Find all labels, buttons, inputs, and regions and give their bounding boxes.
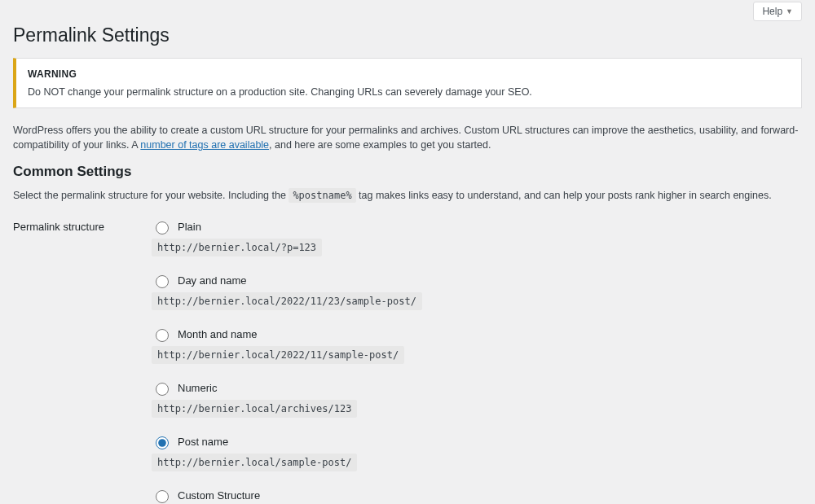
postname-code: %postname% [289,188,355,203]
caret-down-icon: ▼ [786,7,793,15]
common-settings-heading: Common Settings [13,164,802,180]
example-postname: http://bernier.local/sample-post/ [152,454,357,471]
warning-title: WARNING [28,68,790,80]
radio-custom-structure-label[interactable]: Custom Structure [178,489,260,502]
example-plain: http://bernier.local/?p=123 [152,239,322,256]
intro-text: WordPress offers you the ability to crea… [13,123,802,152]
radio-post-name[interactable] [156,436,169,449]
example-monthname: http://bernier.local/2022/11/sample-post… [152,346,404,364]
radio-plain[interactable] [156,221,169,234]
warning-text: Do NOT change your permalink structure o… [28,86,790,98]
radio-numeric-label[interactable]: Numeric [178,382,217,394]
radio-numeric[interactable] [156,383,169,396]
radio-custom-structure[interactable] [156,490,169,503]
radio-plain-label[interactable]: Plain [178,221,201,233]
permalink-structure-label: Permalink structure [13,219,152,233]
radio-post-name-label[interactable]: Post name [178,436,228,448]
radio-day-and-name[interactable] [156,275,169,288]
structure-description: Select the permalink structure for your … [13,190,802,201]
radio-day-and-name-label[interactable]: Day and name [178,274,247,287]
help-label: Help [762,6,782,17]
radio-month-and-name-label[interactable]: Month and name [178,328,258,340]
help-button[interactable]: Help ▼ [753,2,802,21]
tags-available-link[interactable]: number of tags are available [140,139,269,151]
warning-box: WARNING Do NOT change your permalink str… [13,58,802,108]
radio-month-and-name[interactable] [156,329,169,342]
page-title: Permalink Settings [13,24,802,46]
example-dayname: http://bernier.local/2022/11/23/sample-p… [152,292,422,310]
example-numeric: http://bernier.local/archives/123 [152,400,357,418]
